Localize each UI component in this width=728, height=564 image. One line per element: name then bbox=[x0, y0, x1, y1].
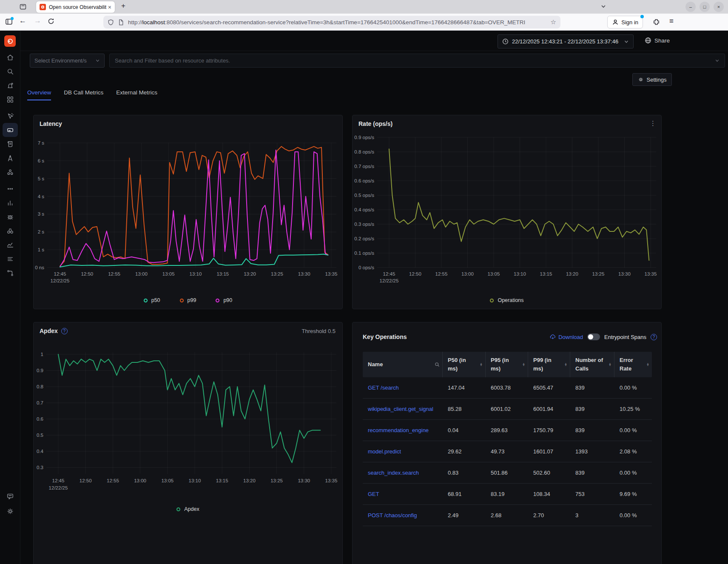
sort-icon[interactable]: ▲▼ bbox=[480, 363, 483, 367]
operation-name-link[interactable]: model.predict bbox=[363, 448, 443, 455]
legend-item-apdex[interactable]: Apdex bbox=[176, 506, 199, 512]
cell-error: 0.00 % bbox=[614, 427, 652, 433]
extensions-icon[interactable] bbox=[653, 18, 660, 26]
back-button[interactable]: ← bbox=[19, 17, 26, 24]
sidebar-item-exceptions[interactable] bbox=[3, 210, 18, 224]
sidebar-item-search[interactable] bbox=[3, 64, 18, 78]
environment-select[interactable]: Select Environment/s bbox=[30, 54, 105, 68]
svg-text:13:10: 13:10 bbox=[189, 478, 201, 483]
operation-name-link[interactable]: search_index.search bbox=[363, 470, 443, 476]
table-row[interactable]: wikipedia_client.get_signal85.286001.026… bbox=[363, 399, 652, 420]
latency-panel-title: Latency bbox=[40, 120, 62, 127]
svg-text:13:05: 13:05 bbox=[488, 271, 500, 276]
sort-icon[interactable]: ▲▼ bbox=[564, 363, 567, 367]
firefox-view-icon[interactable] bbox=[5, 18, 13, 26]
sidebar-item-more[interactable] bbox=[3, 182, 18, 196]
sidebar-item-dashboards[interactable] bbox=[3, 92, 18, 106]
table-row[interactable]: GET /search147.046003.786505.478390.00 % bbox=[363, 377, 652, 399]
sign-in-button[interactable]: Sign in bbox=[607, 16, 643, 28]
resource-filter-input[interactable]: Search and Filter based on resource attr… bbox=[109, 54, 725, 68]
table-row[interactable]: search_index.search0.83501.86502.608390.… bbox=[363, 462, 652, 484]
column-header-p99-in-ms-[interactable]: P99 (in ms)▲▼ bbox=[528, 352, 570, 377]
browser-tab[interactable]: Open source Observabilit × bbox=[36, 1, 115, 13]
app-logo[interactable] bbox=[4, 35, 16, 47]
download-button[interactable]: Download bbox=[550, 334, 583, 340]
column-header-p95-in-ms-[interactable]: P95 (in ms)▲▼ bbox=[486, 352, 528, 377]
apdex-chart[interactable]: 0.30.40.50.60.70.80.9112:4512/22/2512:50… bbox=[34, 335, 343, 493]
rate-legend: Operations bbox=[353, 297, 661, 303]
window-maximize-button[interactable]: □ bbox=[700, 2, 710, 12]
sidebar-item-service-map[interactable] bbox=[3, 165, 18, 179]
tab-overview[interactable]: Overview bbox=[27, 89, 51, 100]
window-close-button[interactable]: × bbox=[714, 2, 724, 12]
bookmark-star-icon[interactable]: ☆ bbox=[551, 18, 556, 26]
table-row[interactable]: model.predict29.6249.731601.0713932.08 % bbox=[363, 441, 652, 462]
column-header-p50-in-ms-[interactable]: P50 (in ms)▲▼ bbox=[443, 352, 486, 377]
sidebar-item-usage[interactable] bbox=[3, 238, 18, 252]
menu-icon[interactable]: ≡ bbox=[669, 17, 674, 26]
tab-db-call-metrics[interactable]: DB Call Metrics bbox=[64, 89, 103, 100]
cursor-icon bbox=[6, 112, 14, 120]
sidebar-item-integrations[interactable] bbox=[3, 266, 18, 280]
sidebar-item-home[interactable] bbox=[3, 50, 18, 64]
sidebar-item-logs[interactable] bbox=[3, 137, 18, 151]
operation-name-link[interactable]: wikipedia_client.get_signal bbox=[363, 406, 443, 412]
page-info-icon[interactable] bbox=[118, 19, 124, 26]
url-bar[interactable]: http://localhost:8080/services/search-re… bbox=[103, 16, 560, 28]
table-row[interactable]: recommendation_engine0.04289.631750.7983… bbox=[363, 420, 652, 441]
sidebar-item-explorer[interactable] bbox=[3, 224, 18, 238]
sidebar-item-feedback[interactable] bbox=[3, 489, 18, 503]
operation-name-link[interactable]: GET /search bbox=[363, 385, 443, 391]
apdex-help-icon[interactable]: ? bbox=[61, 328, 68, 334]
svg-text:0.2 ops/s: 0.2 ops/s bbox=[354, 236, 374, 241]
rate-chart[interactable]: 0 ops/s0.1 ops/s0.2 ops/s0.3 ops/s0.4 op… bbox=[353, 128, 662, 285]
sort-icon[interactable]: ▲▼ bbox=[609, 363, 611, 367]
sort-icon[interactable]: ▲▼ bbox=[646, 363, 649, 367]
svg-text:12:45: 12:45 bbox=[52, 478, 65, 483]
key-operations-panel: Key Operations Download Entrypoint Spans… bbox=[352, 322, 662, 564]
time-range-picker[interactable]: 22/12/2025 12:43:21 - 22/12/2025 13:37:4… bbox=[498, 34, 634, 48]
sidebar-item-quick-actions[interactable] bbox=[3, 109, 18, 123]
panel-menu-icon[interactable]: ⋮ bbox=[650, 120, 656, 127]
latency-chart[interactable]: 0 ns1 s2 s3 s4 s5 s6 s7 s12:4512/22/2512… bbox=[34, 128, 343, 285]
tab-external-metrics[interactable]: External Metrics bbox=[116, 89, 157, 100]
forward-button[interactable]: → bbox=[34, 17, 41, 24]
legend-item-p99[interactable]: p99 bbox=[180, 297, 196, 303]
list-tabs-chevron-icon[interactable] bbox=[600, 3, 606, 9]
legend-item-p90[interactable]: p90 bbox=[216, 297, 232, 303]
search-icon[interactable] bbox=[435, 362, 440, 367]
window-minimize-button[interactable]: – bbox=[685, 2, 696, 12]
cell-calls: 839 bbox=[570, 470, 614, 476]
svg-text:12/22/25: 12/22/25 bbox=[51, 278, 70, 283]
column-header-number-of-calls[interactable]: Number of Calls▲▼ bbox=[570, 352, 614, 377]
operation-name-link[interactable]: POST /chaos/config bbox=[363, 512, 443, 518]
legend-item-operations[interactable]: Operations bbox=[490, 297, 523, 303]
operation-name-link[interactable]: recommendation_engine bbox=[363, 427, 443, 433]
share-button[interactable]: Share bbox=[645, 37, 670, 44]
sidebar-item-metrics[interactable] bbox=[3, 196, 18, 210]
operation-name-link[interactable]: GET bbox=[363, 491, 443, 497]
cell-calls: 839 bbox=[570, 427, 614, 433]
reload-button[interactable] bbox=[48, 18, 54, 25]
sort-icon[interactable]: ▲▼ bbox=[522, 363, 525, 367]
new-tab-button[interactable]: + bbox=[121, 2, 125, 10]
gear-icon bbox=[638, 77, 644, 83]
sidebar-item-services[interactable] bbox=[3, 123, 18, 137]
binoculars-icon bbox=[6, 227, 14, 235]
table-row[interactable]: POST /chaos/config2.492.682.7030.00 % bbox=[363, 505, 652, 526]
tab-overview-icon[interactable] bbox=[20, 3, 26, 10]
sidebar-item-settings[interactable] bbox=[3, 504, 18, 518]
column-header-error-rate[interactable]: Error Rate▲▼ bbox=[614, 352, 652, 377]
svg-text:13:35: 13:35 bbox=[325, 271, 338, 276]
shield-icon[interactable] bbox=[108, 19, 114, 26]
sidebar-item-alerts[interactable] bbox=[3, 78, 18, 92]
sidebar-item-traces[interactable] bbox=[3, 151, 18, 165]
tab-close-icon[interactable]: × bbox=[108, 4, 111, 11]
table-row[interactable]: GET68.9183.19108.347539.69 % bbox=[363, 484, 652, 505]
legend-item-p50[interactable]: p50 bbox=[144, 297, 160, 303]
entrypoint-spans-toggle[interactable] bbox=[587, 333, 600, 340]
column-header-name[interactable]: Name bbox=[363, 352, 443, 377]
settings-button[interactable]: Settings bbox=[632, 73, 672, 86]
sidebar-item-pipelines[interactable] bbox=[3, 252, 18, 266]
entrypoint-help-icon[interactable]: ? bbox=[651, 334, 657, 340]
